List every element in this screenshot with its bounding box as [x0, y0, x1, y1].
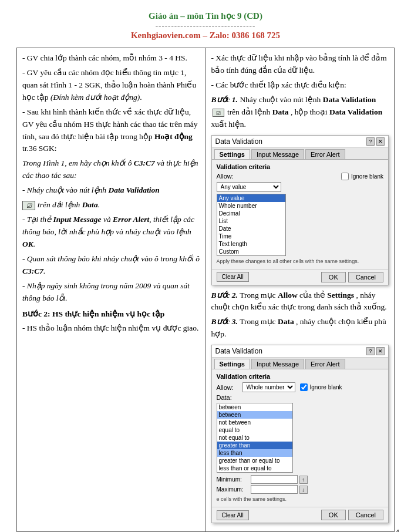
dialog1-list-item-2[interactable]: Decimal	[217, 210, 285, 217]
dialog2-data-row: Data:	[217, 394, 384, 401]
step2-title: Bước 2: HS thực hiện nhiệm vụ học tập	[22, 308, 200, 321]
dialog1-list-item-1[interactable]: Whole number	[217, 202, 285, 210]
dialog2-max-row: Maximum: ↓	[217, 485, 384, 494]
dialog1-ok[interactable]: OK	[321, 272, 346, 282]
dialog2-tab-error-alert[interactable]: Error Alert	[305, 359, 345, 369]
dialog2-ignore-blank-label: Ignore blank	[310, 384, 342, 390]
dialog2-footer: Clear All OK Cancel	[212, 507, 389, 523]
dialog1-list-item-6[interactable]: Text length	[217, 240, 285, 248]
dialog1-allow-row: Allow: Ignore blank	[217, 173, 384, 180]
dialog2-body: Validation criteria Allow: Whole number …	[212, 369, 389, 507]
dialog2-min-input[interactable]	[251, 475, 298, 484]
dialog1-allow-label: Allow:	[217, 173, 240, 180]
dialog2-allow-select[interactable]: Whole number	[242, 382, 295, 392]
left-p4: Trong Hình 1, em hãy chọn khối ô C3:C7 v…	[22, 157, 200, 182]
dialog2-question[interactable]: ?	[366, 347, 375, 355]
dialog1-cancel[interactable]: Cancel	[348, 272, 383, 282]
dialog1-list-item-5[interactable]: Time	[217, 233, 285, 240]
dialog1-tab-input-message[interactable]: Input Message	[251, 149, 304, 159]
d2-item-equal[interactable]: equal to	[217, 426, 292, 434]
dialog1-select-row: Any value	[217, 182, 384, 192]
dialog1-btn-group: OK Cancel	[321, 272, 383, 282]
left-p5: - Nháy chuột vào nút lệnh Data Validatio…	[22, 184, 200, 197]
dialog2-tabs: Settings Input Message Error Alert	[212, 358, 389, 369]
d2-item-between[interactable]: between	[217, 403, 292, 411]
dialog2-title: Data Validation	[215, 347, 263, 355]
dialog1-body: Validation criteria Allow: Ignore blank …	[212, 160, 389, 269]
left-p9: - Nhập ngày sinh không trong năm 2009 và…	[22, 280, 200, 305]
dialog2-allow-label: Allow:	[217, 384, 240, 391]
dialog1-tab-settings[interactable]: Settings	[214, 149, 250, 159]
dialog1-list-item-3[interactable]: List	[217, 217, 285, 225]
dialog2: Data Validation ? ✕ Settings Input Messa…	[211, 345, 389, 523]
dialog2-min-label: Minimum:	[217, 476, 249, 483]
dialog1: Data Validation ? ✕ Settings Input Messa…	[211, 135, 389, 285]
dialog1-clear-all[interactable]: Clear All	[217, 272, 249, 282]
main-content-table: - GV chia lớp thành các nhóm, mỗi nhóm 3…	[16, 48, 395, 532]
dialog2-ignore-blank-cb[interactable]	[300, 383, 308, 391]
right-p2: - Các bước thiết lập xác thực điều kiện:	[211, 79, 389, 92]
dialog2-clear-all[interactable]: Clear All	[217, 510, 249, 520]
data-validation-icon: ☑	[22, 201, 35, 210]
dialog2-titlebar: Data Validation ? ✕	[212, 345, 389, 358]
d2-item-lte[interactable]: less than or equal to	[217, 464, 292, 472]
dialog2-controls[interactable]: ? ✕	[366, 347, 385, 355]
dialog1-titlebar: Data Validation ? ✕	[212, 136, 389, 148]
step2-p: - HS thảo luận nhóm thực hiện nhiệm vụ đ…	[22, 322, 200, 335]
dialog2-btn-group: OK Cancel	[321, 510, 383, 520]
dialog2-ok[interactable]: OK	[321, 510, 346, 520]
dialog1-tabs: Settings Input Message Error Alert	[212, 148, 389, 160]
dialog2-max-label: Maximum:	[217, 486, 249, 493]
left-p6: ☑ trên dải lệnh Data.	[22, 199, 200, 211]
right-step1: Bước 1. Nháy chuột vào nút lệnh Data Val…	[211, 94, 389, 131]
dialog2-section-title: Validation criteria	[217, 373, 384, 380]
d2-item-between2[interactable]: between	[217, 411, 292, 419]
right-step2: Bước 2. Trong mục Allow của thẻ Settings…	[211, 289, 389, 314]
d2-item-less[interactable]: less than	[217, 449, 292, 457]
dialog1-list: Any value Whole number Decimal List Date…	[217, 194, 286, 256]
d2-item-not-between[interactable]: not between	[217, 419, 292, 426]
dialog1-list-item-0[interactable]: Any value	[217, 194, 285, 202]
dialog1-controls[interactable]: ? ✕	[366, 137, 385, 146]
dialog2-tab-settings[interactable]: Settings	[214, 359, 250, 369]
dialog2-max-arrow[interactable]: ↓	[299, 486, 308, 494]
dialog1-ignore-blank-label: Ignore blank	[351, 173, 383, 180]
right-step3: Bước 3. Trong mục Data , nháy chuột chọn…	[211, 316, 389, 341]
dialog2-data-label: Data:	[217, 394, 240, 401]
dialog2-note: e cells with the same settings.	[217, 496, 384, 502]
dialog2-cancel[interactable]: Cancel	[348, 510, 383, 520]
d2-item-greater[interactable]: greater than	[217, 442, 292, 449]
dialog2-list: between between not between equal to not…	[217, 403, 293, 473]
dialog1-list-item-4[interactable]: Date	[217, 225, 285, 233]
dialog1-section-title: Validation criteria	[217, 163, 384, 170]
dialog2-min-row: Minimum: ↑	[217, 475, 384, 484]
header-divider: --------------------------------	[16, 21, 395, 31]
dialog1-ignore-blank-cb[interactable]	[341, 173, 349, 180]
left-p3: - Sau khi hình thành kiến thức về xác th…	[22, 106, 200, 156]
left-column: - GV chia lớp thành các nhóm, mỗi nhóm 3…	[17, 48, 206, 532]
left-p8: - Quan sát thông báo khi nháy chuột vào …	[22, 253, 200, 278]
left-p1: - GV chia lớp thành các nhóm, mỗi nhóm 3…	[22, 52, 200, 65]
dialog1-question[interactable]: ?	[366, 137, 375, 146]
left-p7: - Tại thẻ Input Message và Error Alert, …	[22, 214, 200, 251]
dialog2-tab-input-message[interactable]: Input Message	[251, 359, 304, 369]
dialog2-close[interactable]: ✕	[376, 347, 385, 355]
d2-item-gte[interactable]: greater than or equal to	[217, 457, 292, 464]
page: Giáo án – môn Tin học 9 (CD) -----------…	[0, 0, 411, 532]
dialog2-max-input[interactable]	[251, 485, 298, 494]
page-header: Giáo án – môn Tin học 9 (CD) -----------…	[16, 11, 395, 41]
dialog1-note: Apply these changes to all other cells w…	[217, 258, 384, 264]
dialog1-list-item-7[interactable]: Custom	[217, 248, 285, 255]
dialog2-ignore-blank-row: Ignore blank	[300, 383, 342, 391]
dialog2-min-arrow[interactable]: ↑	[299, 476, 308, 484]
dialog1-allow-select[interactable]: Any value	[217, 182, 281, 192]
dv-icon-right: ☑	[213, 109, 224, 117]
page-number: 4	[396, 527, 400, 532]
dialog1-ignore-blank-row: Ignore blank	[341, 173, 383, 180]
left-p2: - GV yêu cầu các nhóm đọc hiểu thông tin…	[22, 67, 200, 104]
dialog1-tab-error-alert[interactable]: Error Alert	[305, 149, 345, 159]
dialog1-footer: Clear All OK Cancel	[212, 269, 389, 285]
d2-item-not-equal[interactable]: not equal to	[217, 434, 292, 442]
header-contact: Kenhgiaovien.com – Zalo: 0386 168 725	[16, 31, 395, 41]
dialog1-close[interactable]: ✕	[376, 137, 385, 146]
